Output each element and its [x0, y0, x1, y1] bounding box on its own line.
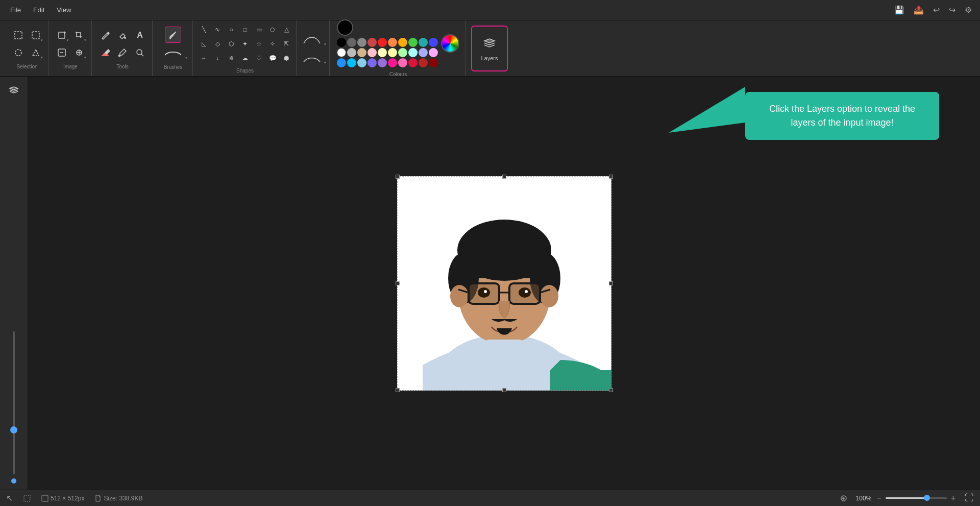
magic-select-btn[interactable]	[28, 44, 44, 61]
curve-shape[interactable]: ∿	[211, 23, 224, 36]
svg-point-8	[137, 50, 142, 55]
hexagon-shape[interactable]: ⬢	[280, 52, 293, 65]
fullscreen-icon[interactable]: ⛶	[965, 493, 974, 503]
color-swatch[interactable]	[337, 48, 346, 57]
color-swatch[interactable]	[368, 58, 377, 67]
lasso-btn[interactable]	[10, 44, 27, 61]
color-swatch[interactable]	[378, 58, 387, 67]
triangle-shape[interactable]: △	[280, 23, 293, 36]
color-swatch[interactable]	[347, 58, 356, 67]
primary-color-swatch[interactable]	[337, 19, 353, 36]
title-bar-actions: 💾 📤 ↩ ↪ ⚙	[892, 3, 974, 17]
rotate-image-btn[interactable]	[54, 27, 70, 43]
color-swatch[interactable]	[337, 58, 346, 67]
color-swatch[interactable]	[429, 38, 438, 47]
pentagon-shape[interactable]: ⬠	[266, 23, 279, 36]
bubble-shape[interactable]: 💬	[266, 52, 279, 65]
color-swatch[interactable]	[419, 38, 428, 47]
sidebar-layers-icon[interactable]	[5, 81, 23, 99]
color-swatch[interactable]	[357, 38, 366, 47]
star6-shape[interactable]: ✧	[266, 37, 279, 51]
color-swatch[interactable]	[429, 58, 438, 67]
shapes-label: Shapes	[236, 68, 254, 74]
svg-rect-0	[15, 32, 22, 39]
zoom-value: 100%	[851, 495, 871, 502]
color-swatch[interactable]	[388, 48, 397, 57]
menu-view[interactable]: View	[53, 4, 75, 16]
color-swatch[interactable]	[357, 58, 366, 67]
fill-btn[interactable]	[114, 27, 131, 43]
zoom-minus-btn[interactable]: −	[874, 494, 883, 503]
selection-label: Selection	[16, 64, 37, 69]
eyedropper-btn[interactable]	[114, 44, 131, 61]
menu-edit[interactable]: Edit	[29, 4, 48, 16]
crop-btn[interactable]	[71, 27, 87, 43]
callout-shape[interactable]: ⇱	[280, 37, 293, 51]
color-swatch[interactable]	[398, 58, 407, 67]
layers-button[interactable]: Layers	[471, 26, 508, 71]
zoom-thumb[interactable]	[924, 495, 930, 501]
roundrect-shape[interactable]: ▭	[252, 23, 265, 36]
svg-point-26	[478, 287, 490, 298]
rect-shape[interactable]: □	[238, 23, 252, 36]
color-swatch[interactable]	[368, 48, 377, 57]
eraser-btn[interactable]	[97, 44, 113, 61]
color-swatch[interactable]	[429, 48, 438, 57]
color-swatch[interactable]	[337, 38, 346, 47]
color-swatch[interactable]	[368, 38, 377, 47]
brush-size-selector[interactable]	[300, 31, 327, 47]
settings-icon[interactable]: ⚙	[963, 3, 974, 17]
diamond-shape[interactable]: ◇	[211, 37, 224, 51]
text-btn[interactable]: A	[132, 27, 148, 43]
rectangular-selection-btn[interactable]	[10, 27, 27, 43]
color-swatch[interactable]	[419, 48, 428, 57]
svg-point-18	[540, 285, 558, 307]
zoom-tool-btn[interactable]	[132, 44, 148, 61]
brush-btn[interactable]	[165, 27, 181, 43]
zoom-slider[interactable]	[9, 331, 19, 474]
share-icon[interactable]: 📤	[912, 3, 926, 17]
color-swatch[interactable]	[408, 48, 418, 57]
brushes-group: Brushes	[154, 20, 193, 76]
color-swatch[interactable]	[419, 58, 428, 67]
arrow-right-shape[interactable]: →	[197, 52, 210, 65]
color-swatch[interactable]	[357, 48, 366, 57]
color-swatch[interactable]	[388, 58, 397, 67]
color-swatch[interactable]	[398, 48, 407, 57]
star4-shape[interactable]: ✦	[238, 37, 252, 51]
pencil-btn[interactable]	[97, 27, 113, 43]
heart-shape[interactable]: ♡	[252, 52, 265, 65]
line-shape[interactable]: ╲	[197, 23, 210, 36]
color-swatch[interactable]	[398, 38, 407, 47]
color-swatch[interactable]	[378, 48, 387, 57]
rounddiamond-shape[interactable]: ⬡	[225, 37, 238, 51]
star8-shape[interactable]: ✵	[225, 52, 238, 65]
zoom-plus-btn[interactable]: +	[949, 494, 958, 503]
filter-btn[interactable]	[71, 44, 87, 61]
svg-rect-32	[42, 495, 48, 501]
free-select-btn[interactable]	[28, 27, 44, 43]
menu-file[interactable]: File	[6, 4, 25, 16]
righttri-shape[interactable]: ◺	[197, 37, 210, 51]
oval-shape[interactable]: ○	[225, 23, 238, 36]
canvas-area[interactable]: Click the Layers option to reveal the la…	[28, 77, 980, 490]
save-icon[interactable]: 💾	[892, 3, 906, 17]
color-swatch[interactable]	[378, 38, 387, 47]
selection-group: Selection	[6, 20, 48, 76]
cursor-icon: ↖	[6, 493, 13, 503]
cloud-shape[interactable]: ☁	[238, 52, 252, 65]
color-swatch[interactable]	[388, 38, 397, 47]
color-swatch[interactable]	[347, 48, 356, 57]
color-swatch[interactable]	[408, 58, 418, 67]
selection-indicator	[23, 494, 31, 502]
star5-shape[interactable]: ☆	[252, 37, 265, 51]
adjust-btn[interactable]	[54, 44, 70, 61]
color-swatch[interactable]	[408, 38, 418, 47]
brush-style-btn[interactable]	[158, 45, 188, 61]
color-picker-btn[interactable]	[441, 34, 459, 53]
arrow-down-shape[interactable]: ↓	[211, 52, 224, 65]
redo-icon[interactable]: ↪	[947, 3, 958, 17]
brush-opacity-selector[interactable]	[300, 50, 327, 66]
color-swatch[interactable]	[347, 38, 356, 47]
undo-icon[interactable]: ↩	[931, 3, 942, 17]
